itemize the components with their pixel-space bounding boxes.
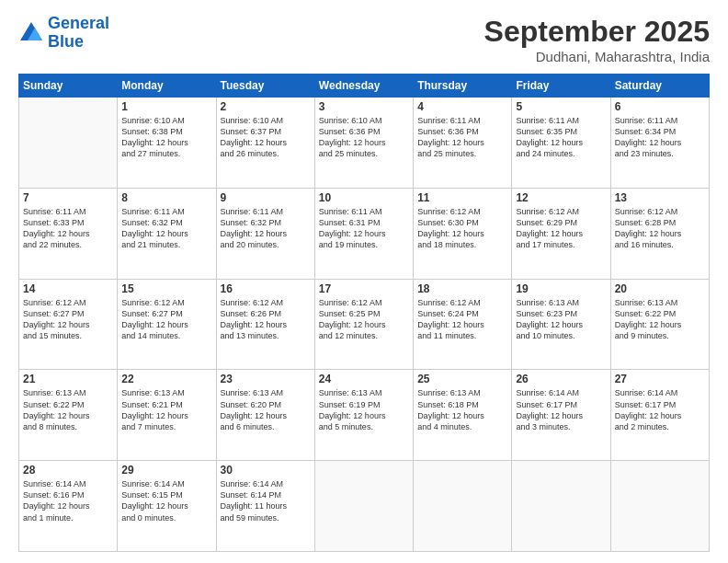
calendar-week-row: 1Sunrise: 6:10 AM Sunset: 6:38 PM Daylig… <box>19 98 710 189</box>
day-info: Sunrise: 6:11 AM Sunset: 6:32 PM Dayligh… <box>221 206 311 251</box>
calendar-cell: 13Sunrise: 6:12 AM Sunset: 6:28 PM Dayli… <box>610 188 709 279</box>
logo-line2: Blue <box>48 32 84 51</box>
day-number: 5 <box>516 100 606 113</box>
day-info: Sunrise: 6:12 AM Sunset: 6:28 PM Dayligh… <box>615 206 705 251</box>
day-info: Sunrise: 6:12 AM Sunset: 6:24 PM Dayligh… <box>417 297 507 342</box>
day-info: Sunrise: 6:13 AM Sunset: 6:22 PM Dayligh… <box>23 387 113 432</box>
calendar-cell: 29Sunrise: 6:14 AM Sunset: 6:15 PM Dayli… <box>118 461 216 552</box>
calendar-cell: 22Sunrise: 6:13 AM Sunset: 6:21 PM Dayli… <box>118 370 216 461</box>
day-info: Sunrise: 6:14 AM Sunset: 6:14 PM Dayligh… <box>221 478 311 523</box>
calendar-cell: 11Sunrise: 6:12 AM Sunset: 6:30 PM Dayli… <box>414 188 512 279</box>
day-header-saturday: Saturday <box>610 75 709 98</box>
logo-line1: General <box>48 14 109 32</box>
day-number: 27 <box>615 373 705 385</box>
calendar-cell: 9Sunrise: 6:11 AM Sunset: 6:32 PM Daylig… <box>216 188 314 279</box>
calendar-cell: 20Sunrise: 6:13 AM Sunset: 6:22 PM Dayli… <box>610 279 709 370</box>
day-header-wednesday: Wednesday <box>314 75 413 98</box>
day-header-thursday: Thursday <box>414 75 512 98</box>
day-number: 23 <box>221 373 311 385</box>
day-info: Sunrise: 6:10 AM Sunset: 6:38 PM Dayligh… <box>121 115 211 160</box>
calendar-week-row: 14Sunrise: 6:12 AM Sunset: 6:27 PM Dayli… <box>19 279 710 370</box>
day-number: 10 <box>319 191 409 204</box>
location: Dudhani, Maharashtra, India <box>484 49 710 64</box>
logo-text: General Blue <box>48 15 109 52</box>
day-number: 26 <box>516 373 606 385</box>
day-info: Sunrise: 6:10 AM Sunset: 6:37 PM Dayligh… <box>221 115 311 160</box>
calendar-cell: 4Sunrise: 6:11 AM Sunset: 6:36 PM Daylig… <box>414 98 512 189</box>
calendar-cell: 24Sunrise: 6:13 AM Sunset: 6:19 PM Dayli… <box>314 370 413 461</box>
day-number: 28 <box>23 464 113 477</box>
day-info: Sunrise: 6:12 AM Sunset: 6:25 PM Dayligh… <box>319 297 409 342</box>
calendar-cell: 2Sunrise: 6:10 AM Sunset: 6:37 PM Daylig… <box>216 98 314 189</box>
day-info: Sunrise: 6:14 AM Sunset: 6:17 PM Dayligh… <box>516 387 606 432</box>
calendar-cell: 17Sunrise: 6:12 AM Sunset: 6:25 PM Dayli… <box>314 279 413 370</box>
day-info: Sunrise: 6:14 AM Sunset: 6:15 PM Dayligh… <box>121 478 211 523</box>
calendar-cell: 25Sunrise: 6:13 AM Sunset: 6:18 PM Dayli… <box>414 370 512 461</box>
calendar-cell: 26Sunrise: 6:14 AM Sunset: 6:17 PM Dayli… <box>512 370 610 461</box>
day-info: Sunrise: 6:13 AM Sunset: 6:20 PM Dayligh… <box>221 387 311 432</box>
calendar-cell: 18Sunrise: 6:12 AM Sunset: 6:24 PM Dayli… <box>414 279 512 370</box>
calendar-cell <box>314 461 413 552</box>
day-info: Sunrise: 6:13 AM Sunset: 6:18 PM Dayligh… <box>417 387 507 432</box>
day-info: Sunrise: 6:12 AM Sunset: 6:26 PM Dayligh… <box>221 297 311 342</box>
day-number: 14 <box>23 282 113 295</box>
day-info: Sunrise: 6:13 AM Sunset: 6:19 PM Dayligh… <box>319 387 409 432</box>
day-number: 17 <box>319 282 409 295</box>
day-header-monday: Monday <box>118 75 216 98</box>
day-number: 21 <box>23 373 113 385</box>
day-number: 29 <box>121 464 211 477</box>
day-number: 8 <box>121 191 211 204</box>
calendar-week-row: 28Sunrise: 6:14 AM Sunset: 6:16 PM Dayli… <box>19 461 710 552</box>
day-info: Sunrise: 6:11 AM Sunset: 6:31 PM Dayligh… <box>319 206 409 251</box>
day-number: 16 <box>221 282 311 295</box>
day-info: Sunrise: 6:12 AM Sunset: 6:27 PM Dayligh… <box>23 297 113 342</box>
day-info: Sunrise: 6:11 AM Sunset: 6:35 PM Dayligh… <box>516 115 606 160</box>
header: General Blue September 2025 Dudhani, Mah… <box>18 15 710 64</box>
calendar-cell: 30Sunrise: 6:14 AM Sunset: 6:14 PM Dayli… <box>216 461 314 552</box>
day-header-tuesday: Tuesday <box>216 75 314 98</box>
day-number: 25 <box>417 373 507 385</box>
day-info: Sunrise: 6:14 AM Sunset: 6:17 PM Dayligh… <box>615 387 705 432</box>
day-info: Sunrise: 6:13 AM Sunset: 6:23 PM Dayligh… <box>516 297 606 342</box>
calendar-cell: 19Sunrise: 6:13 AM Sunset: 6:23 PM Dayli… <box>512 279 610 370</box>
day-header-sunday: Sunday <box>19 75 118 98</box>
calendar-cell <box>19 98 118 189</box>
day-number: 12 <box>516 191 606 204</box>
calendar-cell: 23Sunrise: 6:13 AM Sunset: 6:20 PM Dayli… <box>216 370 314 461</box>
calendar-cell: 14Sunrise: 6:12 AM Sunset: 6:27 PM Dayli… <box>19 279 118 370</box>
calendar-cell: 6Sunrise: 6:11 AM Sunset: 6:34 PM Daylig… <box>610 98 709 189</box>
calendar-table: SundayMondayTuesdayWednesdayThursdayFrid… <box>18 74 710 552</box>
calendar-week-row: 7Sunrise: 6:11 AM Sunset: 6:33 PM Daylig… <box>19 188 710 279</box>
day-number: 1 <box>121 100 211 113</box>
day-number: 11 <box>417 191 507 204</box>
day-number: 22 <box>121 373 211 385</box>
day-info: Sunrise: 6:12 AM Sunset: 6:30 PM Dayligh… <box>417 206 507 251</box>
day-info: Sunrise: 6:12 AM Sunset: 6:29 PM Dayligh… <box>516 206 606 251</box>
day-info: Sunrise: 6:14 AM Sunset: 6:16 PM Dayligh… <box>23 478 113 523</box>
day-info: Sunrise: 6:11 AM Sunset: 6:32 PM Dayligh… <box>121 206 211 251</box>
calendar-cell <box>414 461 512 552</box>
day-info: Sunrise: 6:11 AM Sunset: 6:34 PM Dayligh… <box>615 115 705 160</box>
calendar-cell: 10Sunrise: 6:11 AM Sunset: 6:31 PM Dayli… <box>314 188 413 279</box>
calendar-cell: 21Sunrise: 6:13 AM Sunset: 6:22 PM Dayli… <box>19 370 118 461</box>
calendar-cell: 3Sunrise: 6:10 AM Sunset: 6:36 PM Daylig… <box>314 98 413 189</box>
calendar-cell: 7Sunrise: 6:11 AM Sunset: 6:33 PM Daylig… <box>19 188 118 279</box>
calendar-cell: 12Sunrise: 6:12 AM Sunset: 6:29 PM Dayli… <box>512 188 610 279</box>
day-info: Sunrise: 6:11 AM Sunset: 6:33 PM Dayligh… <box>23 206 113 251</box>
calendar-cell: 27Sunrise: 6:14 AM Sunset: 6:17 PM Dayli… <box>610 370 709 461</box>
day-number: 3 <box>319 100 409 113</box>
day-number: 20 <box>615 282 705 295</box>
day-number: 13 <box>615 191 705 204</box>
logo: General Blue <box>18 15 109 52</box>
day-number: 30 <box>221 464 311 477</box>
day-info: Sunrise: 6:13 AM Sunset: 6:21 PM Dayligh… <box>121 387 211 432</box>
day-number: 18 <box>417 282 507 295</box>
calendar-cell: 1Sunrise: 6:10 AM Sunset: 6:38 PM Daylig… <box>118 98 216 189</box>
calendar-cell: 28Sunrise: 6:14 AM Sunset: 6:16 PM Dayli… <box>19 461 118 552</box>
title-block: September 2025 Dudhani, Maharashtra, Ind… <box>484 15 710 64</box>
day-number: 2 <box>221 100 311 113</box>
day-info: Sunrise: 6:10 AM Sunset: 6:36 PM Dayligh… <box>319 115 409 160</box>
day-number: 15 <box>121 282 211 295</box>
day-info: Sunrise: 6:12 AM Sunset: 6:27 PM Dayligh… <box>121 297 211 342</box>
day-number: 9 <box>221 191 311 204</box>
